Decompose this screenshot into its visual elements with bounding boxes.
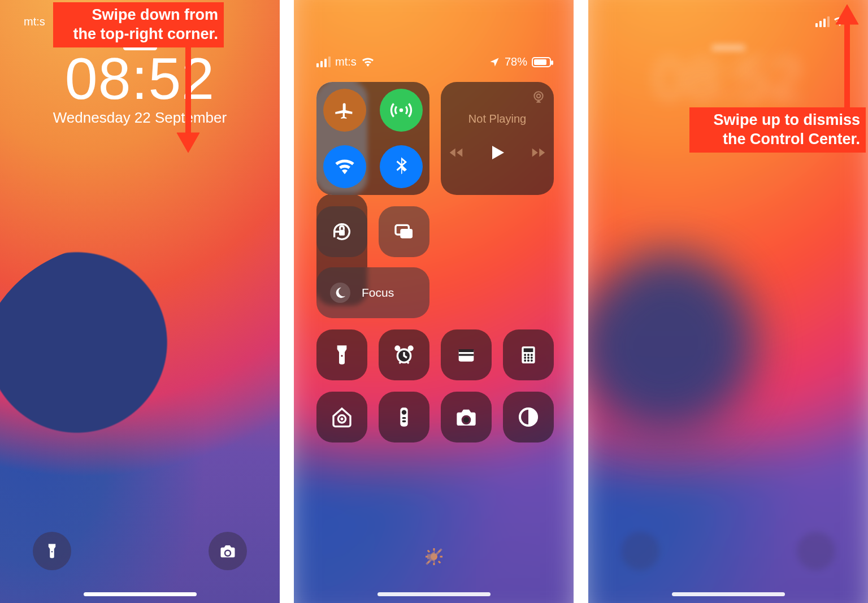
flashlight-icon [44, 543, 60, 559]
remote-icon [393, 406, 415, 428]
home-indicator[interactable] [84, 592, 197, 596]
svg-rect-40 [402, 417, 406, 419]
location-icon [489, 57, 500, 68]
svg-point-27 [524, 354, 526, 356]
svg-point-37 [341, 418, 344, 420]
svg-rect-5 [339, 230, 345, 236]
control-center-grid: Not Playing [316, 82, 551, 580]
forward-icon [530, 144, 547, 161]
date-label: Wednesday 22 September [0, 109, 280, 127]
carrier-label: mt:s [335, 55, 357, 68]
arrow-up-icon [833, 3, 861, 111]
wifi-icon [361, 57, 375, 68]
wallet-icon [455, 344, 478, 366]
phone-1-lock-screen: mt:s 08:52 Wednesday 22 September Swipe … [0, 0, 280, 603]
svg-point-32 [531, 357, 533, 359]
svg-point-20 [394, 345, 400, 351]
rewind-button[interactable] [448, 144, 465, 163]
camera-button[interactable] [441, 392, 492, 443]
home-icon [331, 406, 353, 428]
focus-button[interactable]: Focus [316, 267, 429, 318]
home-indicator[interactable] [377, 592, 491, 596]
svg-point-28 [527, 354, 530, 356]
svg-point-29 [531, 354, 533, 356]
rewind-icon [448, 144, 465, 161]
annotation-swipe-up: Swipe up to dismiss the Control Center. [689, 107, 866, 153]
svg-point-35 [531, 359, 533, 362]
bluetooth-toggle[interactable] [380, 145, 423, 188]
lock-screen-clock: 08:52 Wednesday 22 September [0, 45, 280, 127]
battery-icon [532, 57, 551, 67]
cellular-data-toggle[interactable] [380, 89, 423, 132]
camera-button[interactable] [209, 532, 247, 570]
airplane-mode-toggle[interactable] [323, 89, 366, 132]
orientation-lock-toggle[interactable] [316, 206, 367, 257]
svg-rect-7 [400, 229, 413, 238]
camera-button-blurred [797, 532, 835, 570]
cellular-icon [390, 99, 413, 122]
home-indicator[interactable] [672, 592, 785, 596]
svg-point-42 [463, 417, 469, 423]
phone-2-control-center: mt:s 78% [294, 0, 574, 603]
wifi-toggle[interactable] [323, 145, 366, 188]
cellular-bars-icon [815, 16, 830, 27]
svg-point-21 [408, 345, 414, 351]
alarm-clock-icon [393, 344, 415, 366]
flashlight-button-blurred [621, 532, 659, 570]
calculator-icon [517, 344, 540, 366]
screen-mirroring-icon [393, 220, 415, 243]
cellular-bars-icon [316, 57, 331, 67]
home-button[interactable] [316, 392, 367, 443]
battery-percent-label: 78% [505, 55, 527, 68]
wifi-icon [333, 155, 356, 178]
arrow-down-icon [174, 45, 202, 153]
flashlight-icon [331, 344, 353, 366]
svg-point-34 [527, 359, 530, 362]
svg-point-2 [400, 109, 403, 112]
status-bar [588, 10, 868, 33]
airplay-icon [531, 90, 546, 107]
timer-button[interactable] [379, 329, 429, 380]
wallet-button[interactable] [441, 329, 492, 380]
connectivity-platter[interactable] [316, 82, 429, 195]
status-bar: mt:s 78% [294, 55, 574, 68]
bluetooth-icon [390, 155, 413, 178]
camera-icon [219, 543, 236, 559]
media-title-label: Not Playing [468, 112, 526, 125]
flashlight-button[interactable] [33, 532, 71, 570]
apple-tv-remote-button[interactable] [379, 392, 429, 443]
dark-mode-toggle[interactable] [503, 392, 554, 443]
carrier-label: mt:s [24, 15, 45, 28]
media-platter[interactable]: Not Playing [441, 82, 554, 195]
focus-label: Focus [362, 286, 394, 300]
time-label: 08:52 [0, 45, 280, 112]
calculator-button[interactable] [503, 329, 554, 380]
airplane-icon [333, 99, 356, 122]
screen-mirroring-button[interactable] [379, 206, 429, 257]
flashlight-toggle[interactable] [316, 329, 367, 380]
svg-point-39 [402, 410, 406, 415]
phone-3-dismiss: 08:52 Swipe up to dismiss the Control Ce… [588, 0, 868, 603]
svg-point-31 [527, 357, 530, 359]
annotation-swipe-down: Swipe down from the top-right corner. [53, 2, 224, 47]
play-icon [487, 142, 507, 163]
svg-rect-23 [459, 349, 474, 352]
dark-mode-icon [517, 406, 540, 428]
play-button[interactable] [487, 142, 507, 165]
orientation-lock-icon [331, 220, 353, 243]
moon-icon [330, 283, 350, 303]
forward-button[interactable] [530, 144, 547, 163]
lock-screen-clock-blurred: 08:52 [588, 45, 868, 112]
svg-point-3 [534, 92, 542, 100]
camera-icon [455, 406, 478, 428]
svg-rect-24 [459, 354, 474, 355]
svg-point-33 [524, 359, 526, 362]
svg-marker-1 [177, 133, 199, 153]
svg-rect-26 [524, 348, 533, 352]
svg-rect-41 [402, 420, 406, 422]
svg-point-4 [537, 94, 541, 98]
svg-point-30 [524, 357, 526, 359]
